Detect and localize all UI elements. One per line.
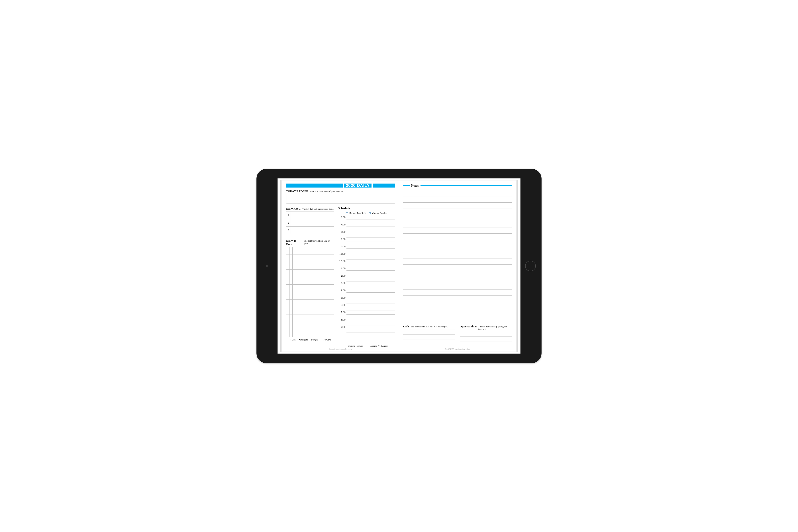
note-line[interactable] [403, 289, 512, 296]
todo-row[interactable] [286, 307, 334, 315]
note-line[interactable] [403, 283, 512, 289]
note-line[interactable] [403, 271, 512, 277]
schedule-time-label: 7:00 [338, 311, 346, 314]
note-line[interactable] [403, 234, 512, 240]
page-title: 2020 DAILY [344, 184, 372, 188]
key3-table[interactable]: 123 [286, 211, 334, 234]
key3-heading: Daily Key 3 [286, 207, 301, 211]
schedule-time-label: 11:00 [338, 252, 346, 255]
morning-routine-checkbox[interactable]: Morning Routine [368, 212, 387, 214]
schedule-time-label: 8:00 [338, 230, 346, 234]
todo-legend: √ Done • Delegate !! Urgent → Forward [286, 339, 334, 341]
note-line[interactable] [403, 277, 512, 283]
page-right: Notes Calls The connections that will fu… [399, 180, 516, 352]
schedule-time-label: 8:00 [338, 318, 346, 321]
key3-sub: The list that will impact your goals. [302, 208, 334, 210]
opportunity-line[interactable] [460, 337, 512, 342]
opps-heading: Opportunities [460, 325, 477, 328]
schedule-hour-row[interactable]: 6:00 [338, 303, 395, 311]
note-line[interactable] [403, 215, 512, 221]
note-line[interactable] [403, 227, 512, 234]
schedule-time-label: 9:00 [338, 238, 346, 241]
key3-row[interactable]: 3 [286, 227, 334, 234]
schedule-time-label: 6:00 [338, 216, 346, 219]
opportunity-line[interactable] [460, 342, 512, 347]
todo-row[interactable] [286, 300, 334, 307]
note-line[interactable] [403, 259, 512, 265]
notes-heading: Notes [411, 184, 419, 188]
schedule-hour-row[interactable]: 9:00 [338, 238, 395, 245]
todo-row[interactable] [286, 330, 334, 337]
note-line[interactable] [403, 190, 512, 196]
opportunities-section[interactable]: Opportunities The list that will help yo… [460, 325, 512, 347]
schedule-time-label: 12:00 [338, 260, 346, 263]
key3-row-number: 1 [286, 211, 291, 219]
todo-row[interactable] [286, 262, 334, 269]
note-line[interactable] [403, 196, 512, 203]
todo-row[interactable] [286, 292, 334, 300]
focus-sub: What will have most of your attention? [310, 190, 344, 193]
schedule-hour-row[interactable]: 10:00 [338, 245, 395, 252]
note-line[interactable] [403, 296, 512, 302]
notes-area[interactable] [403, 190, 512, 322]
schedule-time-label: 5:00 [338, 296, 346, 300]
right-header-bar: Notes [403, 184, 512, 188]
todo-row[interactable] [286, 269, 334, 277]
key3-row[interactable]: 1 [286, 211, 334, 219]
evening-prelaunch-checkbox[interactable]: Evening Pre-Launch [367, 345, 388, 347]
todo-row[interactable] [286, 322, 334, 330]
key3-row[interactable]: 2 [286, 219, 334, 227]
todo-row[interactable] [286, 254, 334, 262]
todos-heading: Daily To-Do's [286, 239, 302, 246]
todo-table[interactable] [286, 247, 334, 337]
calls-sub: The connections that will fuel your flig… [411, 325, 448, 328]
schedule-hour-row[interactable]: 11:00 [338, 252, 395, 260]
schedule-time-label: 1:00 [338, 267, 346, 270]
todo-row[interactable] [286, 277, 334, 285]
todos-sub: The list that will keep you on pace. [304, 240, 334, 245]
schedule-hour-row[interactable]: 1:00 [338, 267, 395, 274]
schedule-heading: Schedule [338, 207, 395, 210]
schedule-grid[interactable]: 6:007:008:009:0010:0011:0012:001:002:003… [338, 216, 395, 343]
call-line[interactable] [403, 340, 455, 345]
note-line[interactable] [403, 252, 512, 259]
morning-preflight-checkbox[interactable]: Morning Pre-flight [346, 212, 366, 214]
note-line[interactable] [403, 246, 512, 252]
note-line[interactable] [403, 240, 512, 246]
schedule-hour-row[interactable]: 7:00 [338, 223, 395, 230]
schedule-time-label: 10:00 [338, 245, 346, 248]
schedule-hour-row[interactable]: 9:00 [338, 325, 395, 333]
schedule-time-label: 4:00 [338, 289, 346, 292]
note-line[interactable] [403, 221, 512, 227]
schedule-hour-row[interactable]: 6:00 [338, 216, 395, 223]
left-footer: brandenbodendorfer.com [286, 348, 395, 350]
note-line[interactable] [403, 265, 512, 271]
planner-spread: 2020 DAILY TODAY'S FOCUS What will have … [282, 180, 516, 352]
opportunity-line[interactable] [460, 331, 512, 337]
note-line[interactable] [403, 209, 512, 215]
note-line[interactable] [403, 302, 512, 308]
schedule-hour-row[interactable]: 7:00 [338, 311, 395, 318]
todo-row[interactable] [286, 315, 334, 322]
note-line[interactable] [403, 203, 512, 209]
right-footer: SUCCESS starts with a plan! [403, 348, 512, 350]
focus-input-area[interactable] [286, 194, 395, 204]
todo-row[interactable] [286, 247, 334, 254]
schedule-hour-row[interactable]: 8:00 [338, 230, 395, 238]
key3-row-number: 2 [286, 219, 291, 227]
schedule-hour-row[interactable]: 2:00 [338, 274, 395, 282]
calls-section[interactable]: Calls The connections that will fuel you… [403, 325, 455, 347]
schedule-hour-row[interactable]: 8:00 [338, 318, 395, 325]
legend-forward: → Forward [321, 339, 331, 341]
schedule-hour-row[interactable]: 12:00 [338, 260, 395, 267]
evening-routine-checkbox[interactable]: Evening Routine [345, 345, 363, 347]
opps-sub: The list that will help your goals take-… [478, 325, 512, 330]
call-line[interactable] [403, 335, 455, 340]
schedule-hour-row[interactable]: 5:00 [338, 296, 395, 303]
call-line[interactable] [403, 329, 455, 335]
schedule-hour-row[interactable]: 4:00 [338, 289, 395, 296]
legend-done: √ Done [290, 339, 297, 341]
todo-row[interactable] [286, 285, 334, 292]
schedule-hour-row[interactable]: 3:00 [338, 282, 395, 289]
schedule-time-label: 2:00 [338, 274, 346, 278]
